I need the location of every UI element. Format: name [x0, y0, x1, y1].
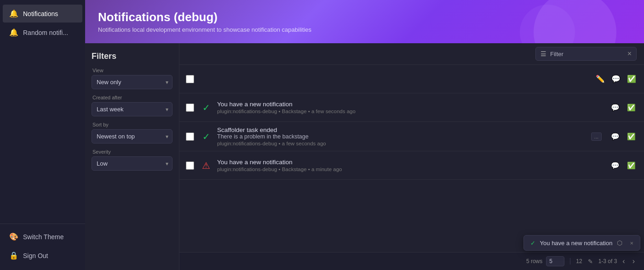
notif-body-3: You have a new notification plugin:notif…	[217, 159, 604, 172]
severity-select-wrapper: Low Medium High Critical	[92, 156, 172, 171]
snooze-button-1[interactable]: 💬	[609, 102, 621, 114]
done-button-1[interactable]: ✅	[625, 102, 638, 114]
tag-badge-2: ...	[591, 132, 602, 141]
notif-title-1: You have a new notification	[217, 101, 604, 108]
table-row[interactable]: ✓ Scaffolder task ended There is a probl…	[179, 122, 644, 151]
notif-actions-3: 💬 ✅	[609, 160, 638, 172]
view-select-wrapper: New only All Read	[92, 75, 172, 89]
severity-select[interactable]: Low Medium High Critical	[92, 156, 172, 171]
table-header-row: ✏️ 💬 ✅	[179, 65, 644, 93]
sidebar-item-label: Notifications	[23, 10, 58, 17]
snooze-header-button[interactable]: 💬	[610, 73, 622, 85]
page-title: Notifications (debug)	[98, 10, 631, 24]
notifications-list: ☰ Filter × ✏️ 💬 ✅	[179, 43, 644, 270]
snooze-button-2[interactable]: 💬	[609, 131, 621, 143]
notif-body-1: You have a new notification plugin:notif…	[217, 101, 604, 114]
filters-panel: Filters View New only All Read Created a…	[85, 43, 179, 270]
sidebar: 🔔 Notifications 🔔 Random notifi... 🎨 Swi…	[0, 0, 85, 270]
sort-by-select-wrapper: Newest on top Oldest on top	[92, 129, 172, 144]
sidebar-item-switch-theme[interactable]: 🎨 Switch Theme	[3, 228, 82, 246]
page-size-indicator: 12	[576, 258, 582, 264]
notif-title-3: You have a new notification	[217, 159, 604, 166]
sidebar-item-random[interactable]: 🔔 Random notifi...	[3, 23, 82, 41]
check-icon-2: ✓	[202, 131, 210, 142]
sort-by-select[interactable]: Newest on top Oldest on top	[92, 129, 172, 144]
sidebar-nav: 🔔 Notifications 🔔 Random notifi...	[0, 0, 85, 224]
sidebar-item-sign-out[interactable]: 🔒 Sign Out	[3, 247, 82, 264]
notif-actions-1: 💬 ✅	[609, 102, 638, 114]
pagination-bar: 5 rows 5 10 25 12 ✎ 1-3 of 3 ‹ › ✓ Y	[179, 252, 644, 270]
notif-meta-1: plugin:notifications-debug • Backstage •…	[217, 109, 604, 114]
check-icon-1: ✓	[202, 102, 210, 113]
filters-title: Filters	[92, 52, 172, 61]
edit-page-button[interactable]: ✎	[586, 257, 595, 266]
notifications-table: ✏️ 💬 ✅ ✓ You have a new notification plu…	[179, 65, 644, 252]
table-row[interactable]: ⚠ You have a new notification plugin:not…	[179, 151, 644, 180]
sidebar-bottom: 🎨 Switch Theme 🔒 Sign Out	[0, 224, 85, 270]
main-area: Notifications (debug) Notifications loca…	[85, 0, 644, 270]
snackbar: ✓ You have a new notification ⬡ ×	[523, 235, 640, 251]
sort-by-label: Sort by	[92, 122, 172, 127]
done-header-button[interactable]: ✅	[626, 73, 638, 85]
snackbar-external-icon[interactable]: ⬡	[617, 239, 622, 247]
created-after-label: Created after	[92, 95, 172, 100]
table-row[interactable]: ✓ You have a new notification plugin:not…	[179, 93, 644, 122]
filter-bar: ☰ Filter ×	[179, 43, 644, 65]
page-subtitle: Notifications local development environm…	[98, 26, 631, 33]
page-header: Notifications (debug) Notifications loca…	[85, 0, 644, 43]
row-checkbox-2[interactable]	[186, 132, 194, 141]
created-after-filter-group: Created after Last week Last month Last …	[92, 95, 172, 116]
bell-icon: 🔔	[9, 9, 18, 18]
notif-actions-2: ... 💬 ✅	[591, 131, 638, 143]
mark-read-header-button[interactable]: ✏️	[594, 73, 606, 85]
rows-per-page-select[interactable]: 5 10 25	[546, 256, 564, 266]
sidebar-item-label-2: Random notifi...	[23, 29, 68, 36]
content-area: Filters View New only All Read Created a…	[85, 43, 644, 270]
view-select[interactable]: New only All Read	[92, 75, 172, 89]
notif-meta-2: plugin:notifications-debug • a few secon…	[217, 141, 586, 146]
filter-bar-label: Filter	[550, 51, 564, 57]
prev-page-button[interactable]: ‹	[621, 256, 627, 266]
filter-icon: ☰	[540, 50, 546, 57]
view-filter-group: View New only All Read	[92, 68, 172, 89]
notif-body-2: Scaffolder task ended There is a problem…	[217, 126, 586, 146]
header-actions: ✏️ 💬 ✅	[594, 73, 638, 85]
sort-by-filter-group: Sort by Newest on top Oldest on top	[92, 122, 172, 144]
alert-icon-3: ⚠	[202, 160, 210, 171]
notif-icon-3: ⚠	[200, 160, 213, 171]
lock-icon: 🔒	[9, 251, 18, 260]
snooze-button-3[interactable]: 💬	[609, 160, 621, 172]
done-button-3[interactable]: ✅	[625, 160, 638, 172]
theme-icon: 🎨	[9, 232, 18, 241]
snackbar-check-icon: ✓	[530, 240, 535, 247]
notif-icon-2: ✓	[200, 131, 213, 142]
severity-filter-group: Severity Low Medium High Critical	[92, 149, 172, 171]
filter-bar-inner: ☰ Filter ×	[535, 47, 637, 61]
done-button-2[interactable]: ✅	[625, 131, 638, 143]
created-after-select[interactable]: Last week Last month Last year All time	[92, 102, 172, 116]
notif-title-2: Scaffolder task ended	[217, 126, 586, 133]
notif-meta-3: plugin:notifications-debug • Backstage •…	[217, 167, 604, 172]
notif-subtitle-2: There is a problem in the backstage	[217, 133, 586, 140]
snackbar-close-button[interactable]: ×	[630, 240, 633, 247]
bell-icon-2: 🔔	[9, 28, 18, 37]
select-all-checkbox[interactable]	[186, 75, 194, 83]
page-range: 1-3 of 3	[598, 258, 617, 264]
rows-per-page-label: 5 rows	[526, 258, 542, 264]
sign-out-label: Sign Out	[23, 252, 48, 259]
view-filter-label: View	[92, 68, 172, 73]
next-page-button[interactable]: ›	[631, 256, 637, 266]
filter-close-button[interactable]: ×	[627, 50, 632, 58]
empty-row	[179, 180, 644, 207]
notif-icon-1: ✓	[200, 102, 213, 113]
snackbar-text: You have a new notification	[540, 240, 613, 247]
row-checkbox-3[interactable]	[186, 161, 194, 170]
switch-theme-label: Switch Theme	[23, 233, 63, 241]
severity-label: Severity	[92, 149, 172, 155]
row-checkbox-1[interactable]	[186, 103, 194, 112]
created-after-select-wrapper: Last week Last month Last year All time	[92, 102, 172, 116]
sidebar-item-notifications[interactable]: 🔔 Notifications	[3, 5, 82, 23]
